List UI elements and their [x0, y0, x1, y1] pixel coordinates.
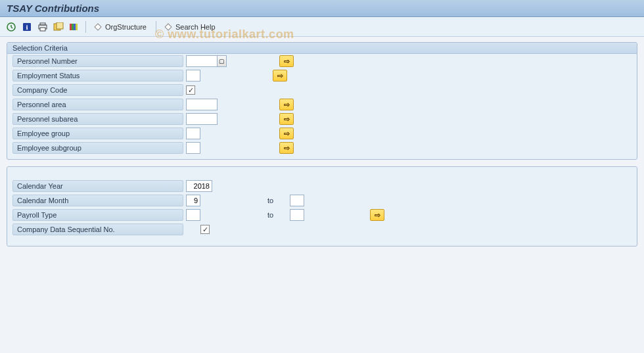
checkbox-company-code[interactable]: ✓: [186, 85, 195, 95]
multiple-selection-button[interactable]: ⇨: [279, 142, 294, 154]
multiple-selection-button[interactable]: ⇨: [279, 99, 294, 110]
execute-icon[interactable]: [5, 21, 17, 33]
to-label: to: [267, 211, 287, 219]
row-payroll-type: Payroll Type to ⇨: [7, 208, 637, 222]
print-icon[interactable]: [37, 21, 49, 33]
label-employment-status: Employment Status: [12, 70, 183, 82]
svg-rect-13: [76, 24, 78, 30]
row-employment-status: Employment Status ⇨: [7, 68, 637, 83]
toolbar: i OrgStructure Search Help: [0, 17, 644, 37]
row-company-data-seq: Company Data Sequential No. ✓: [7, 222, 637, 237]
row-employee-group: Employee group ⇨: [7, 126, 637, 141]
multiple-selection-button[interactable]: ⇨: [279, 128, 294, 139]
multiple-selection-button[interactable]: ⇨: [279, 113, 294, 125]
to-label: to: [267, 197, 287, 204]
variant-icon[interactable]: [53, 21, 64, 33]
diamond-icon: [94, 23, 101, 30]
diamond-icon: [164, 23, 172, 30]
parameters-group: Calendar Year Calendar Month to Payroll …: [7, 166, 637, 247]
input-personnel-area[interactable]: [186, 99, 218, 110]
svg-rect-10: [70, 24, 72, 30]
row-calendar-month: Calendar Month to: [7, 193, 637, 208]
color-icon[interactable]: [68, 21, 80, 33]
checkbox-company-data-seq[interactable]: ✓: [200, 225, 210, 234]
input-personnel-subarea[interactable]: [186, 113, 218, 125]
row-personnel-subarea: Personnel subarea ⇨: [7, 112, 637, 126]
label-payroll-type: Payroll Type: [12, 209, 183, 221]
value-help-icon[interactable]: ▢: [218, 55, 227, 67]
svg-rect-7: [40, 28, 45, 31]
multiple-selection-button[interactable]: ⇨: [279, 55, 294, 67]
input-calendar-month-from[interactable]: [186, 195, 200, 206]
multiple-selection-button[interactable]: ⇨: [370, 209, 384, 221]
input-calendar-year[interactable]: [186, 180, 212, 192]
label-calendar-month: Calendar Month: [12, 195, 183, 206]
svg-text:i: i: [26, 23, 28, 31]
row-personnel-area: Personnel area ⇨: [7, 97, 637, 112]
label-personnel-number: Personnel Number: [12, 55, 183, 67]
input-employee-group[interactable]: [186, 128, 200, 139]
group-title-empty: [7, 167, 637, 172]
row-personnel-number: Personnel Number ▢ ⇨: [7, 54, 637, 68]
page-title: TSAY Contributions: [7, 3, 637, 14]
row-employee-subgroup: Employee subgroup ⇨: [7, 141, 637, 155]
multiple-selection-button[interactable]: ⇨: [273, 70, 287, 82]
svg-rect-9: [57, 22, 63, 29]
svg-line-2: [11, 27, 12, 28]
label-calendar-year: Calendar Year: [12, 180, 183, 192]
input-employee-subgroup[interactable]: [186, 142, 200, 154]
svg-rect-12: [74, 24, 76, 30]
toolbar-separator: [156, 21, 156, 33]
row-calendar-year: Calendar Year: [7, 179, 637, 193]
label-company-code: Company Code: [12, 84, 183, 96]
label-company-data-seq: Company Data Sequential No.: [12, 224, 183, 235]
title-bar: TSAY Contributions: [0, 0, 644, 17]
label-employee-subgroup: Employee subgroup: [12, 142, 183, 154]
svg-rect-11: [72, 24, 74, 30]
input-calendar-month-to[interactable]: [290, 195, 304, 206]
content-area: Selection Criteria Personnel Number ▢ ⇨ …: [0, 37, 644, 258]
input-personnel-number[interactable]: [186, 55, 218, 67]
input-payroll-type-to[interactable]: [290, 209, 304, 221]
org-structure-button[interactable]: OrgStructure: [91, 22, 150, 32]
search-help-button[interactable]: Search Help: [162, 22, 219, 32]
input-employment-status[interactable]: [186, 70, 200, 82]
group-title: Selection Criteria: [7, 43, 637, 54]
info-icon[interactable]: i: [21, 21, 33, 33]
label-personnel-subarea: Personnel subarea: [12, 113, 183, 125]
svg-rect-6: [40, 23, 45, 25]
input-payroll-type-from[interactable]: [186, 209, 200, 221]
label-employee-group: Employee group: [12, 128, 183, 139]
org-structure-label: OrgStructure: [105, 23, 147, 31]
row-company-code: Company Code ✓: [7, 83, 637, 97]
search-help-label: Search Help: [175, 23, 216, 31]
label-personnel-area: Personnel area: [12, 99, 183, 110]
toolbar-separator: [85, 21, 86, 33]
selection-criteria-group: Selection Criteria Personnel Number ▢ ⇨ …: [7, 42, 637, 160]
